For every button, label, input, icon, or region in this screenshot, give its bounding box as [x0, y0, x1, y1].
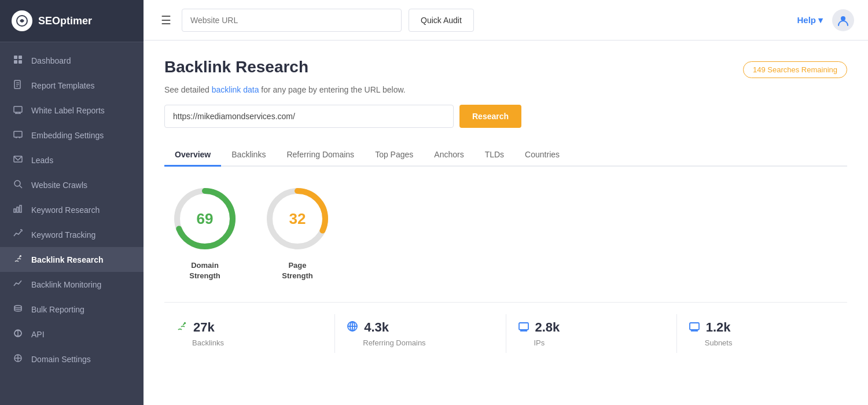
tab-overview[interactable]: Overview: [164, 144, 221, 167]
search-row: Research: [164, 105, 847, 128]
backlinks-icon: [176, 321, 187, 335]
svg-line-18: [20, 186, 22, 188]
stat-value-ips: 2.8k: [535, 320, 560, 335]
sidebar-label-keyword-research: Keyword Research: [31, 205, 100, 215]
url-input[interactable]: [182, 9, 402, 32]
tab-countries[interactable]: Countries: [514, 144, 570, 167]
leads-icon: [13, 154, 23, 165]
sidebar-logo: SEOptimer: [0, 0, 144, 42]
content-header: Backlink Research 149 Searches Remaining: [164, 58, 847, 78]
svg-rect-20: [17, 207, 19, 212]
svg-point-25: [14, 305, 21, 308]
sidebar-item-backlink-research[interactable]: Backlink Research: [0, 247, 144, 272]
avatar-button[interactable]: [832, 9, 854, 31]
sidebar: SEOptimer DashboardReport TemplatesWhite…: [0, 0, 144, 405]
donut-value-page-strength: 32: [289, 210, 306, 228]
chart-domain-strength: 69 DomainStrength: [170, 184, 240, 281]
sidebar-item-keyword-tracking[interactable]: Keyword Tracking: [0, 222, 144, 247]
charts-row: 69 DomainStrength 32 PageStrength: [164, 184, 847, 281]
subtitle: See detailed backlink data for any page …: [164, 85, 847, 94]
stat-ips: 2.8kIPs: [506, 314, 677, 353]
research-url-input[interactable]: [164, 105, 454, 128]
tabs-bar: OverviewBacklinksReferring DomainsTop Pa…: [164, 144, 847, 167]
sidebar-item-api[interactable]: API: [0, 322, 144, 347]
sidebar-item-leads[interactable]: Leads: [0, 148, 144, 172]
svg-rect-13: [14, 131, 22, 137]
svg-rect-3: [14, 60, 17, 64]
svg-point-31: [841, 16, 845, 21]
chart-label-domain-strength: DomainStrength: [189, 260, 220, 281]
stat-value-backlinks: 27k: [193, 320, 215, 335]
stat-label-subnets: Subnets: [705, 338, 733, 347]
svg-rect-19: [14, 209, 16, 212]
sidebar-item-embedding[interactable]: Embedding Settings: [0, 123, 144, 148]
white-label-icon: [13, 105, 23, 116]
research-button[interactable]: Research: [459, 105, 521, 128]
searches-remaining-badge: 149 Searches Remaining: [743, 61, 847, 78]
referring-domains-icon: [347, 321, 358, 335]
svg-rect-4: [19, 60, 22, 64]
stat-label-referring-domains: Referring Domains: [363, 338, 425, 347]
svg-rect-1: [14, 56, 17, 59]
svg-rect-21: [20, 205, 21, 212]
website-crawls-icon: [13, 179, 23, 190]
sidebar-item-website-crawls[interactable]: Website Crawls: [0, 172, 144, 197]
subnets-icon: [689, 321, 700, 335]
logo-icon: [12, 10, 32, 31]
tab-referring-domains[interactable]: Referring Domains: [276, 144, 365, 167]
stats-row: 27kBacklinks4.3kReferring Domains2.8kIPs…: [164, 302, 847, 353]
sidebar-nav: DashboardReport TemplatesWhite Label Rep…: [0, 42, 144, 405]
sidebar-label-website-crawls: Website Crawls: [31, 181, 87, 190]
content-area: Backlink Research 149 Searches Remaining…: [144, 41, 868, 405]
main-area: ☰ Quick Audit Help ▾ Backlink Research 1…: [144, 0, 868, 405]
embedding-icon: [13, 130, 23, 141]
tab-top-pages[interactable]: Top Pages: [365, 144, 424, 167]
sidebar-label-dashboard: Dashboard: [31, 56, 71, 65]
sidebar-item-bulk-reporting[interactable]: Bulk Reporting: [0, 297, 144, 322]
donut-value-domain-strength: 69: [197, 210, 214, 228]
sidebar-item-dashboard[interactable]: Dashboard: [0, 48, 144, 73]
sidebar-item-domain-settings[interactable]: Domain Settings: [0, 347, 144, 371]
stat-label-backlinks: Backlinks: [192, 338, 224, 347]
topbar: ☰ Quick Audit Help ▾: [144, 0, 868, 41]
sidebar-label-backlink-research: Backlink Research: [31, 255, 104, 264]
sidebar-label-leads: Leads: [31, 156, 53, 165]
stat-referring-domains: 4.3kReferring Domains: [335, 314, 506, 353]
stat-subnets: 1.2kSubnets: [677, 314, 847, 353]
bulk-reporting-icon: [13, 304, 23, 315]
logo-text: SEOptimer: [38, 15, 92, 27]
sidebar-item-backlink-monitoring[interactable]: Backlink Monitoring: [0, 272, 144, 297]
svg-rect-9: [14, 106, 22, 112]
backlink-data-link[interactable]: backlink data: [212, 85, 259, 94]
dashboard-icon: [13, 55, 23, 66]
hamburger-button[interactable]: ☰: [157, 10, 175, 31]
donut-domain-strength: 69: [170, 184, 240, 253]
sidebar-item-white-label[interactable]: White Label Reports: [0, 98, 144, 123]
ips-icon: [518, 321, 529, 335]
tab-backlinks[interactable]: Backlinks: [221, 144, 276, 167]
svg-rect-45: [690, 323, 699, 330]
sidebar-label-domain-settings: Domain Settings: [31, 355, 91, 364]
quick-audit-button[interactable]: Quick Audit: [409, 9, 474, 32]
page-title: Backlink Research: [164, 58, 308, 76]
stat-backlinks: 27kBacklinks: [164, 314, 335, 353]
tab-tlds[interactable]: TLDs: [475, 144, 514, 167]
help-button[interactable]: Help ▾: [797, 15, 823, 25]
sidebar-label-api: API: [31, 330, 45, 339]
stat-value-subnets: 1.2k: [706, 320, 731, 335]
svg-point-17: [14, 181, 20, 186]
domain-settings-icon: [13, 354, 23, 365]
sidebar-label-bulk-reporting: Bulk Reporting: [31, 305, 84, 314]
sidebar-item-keyword-research[interactable]: Keyword Research: [0, 197, 144, 222]
sidebar-label-embedding: Embedding Settings: [31, 131, 104, 140]
tab-anchors[interactable]: Anchors: [424, 144, 474, 167]
keyword-research-icon: [13, 204, 23, 215]
sidebar-item-report-templates[interactable]: Report Templates: [0, 73, 144, 98]
api-icon: [13, 329, 23, 340]
topbar-right: Help ▾: [797, 9, 854, 31]
backlink-monitoring-icon: [13, 279, 23, 290]
svg-rect-2: [19, 56, 22, 59]
chart-label-page-strength: PageStrength: [282, 260, 312, 281]
sidebar-label-report-templates: Report Templates: [31, 81, 94, 90]
sidebar-label-backlink-monitoring: Backlink Monitoring: [31, 280, 101, 289]
